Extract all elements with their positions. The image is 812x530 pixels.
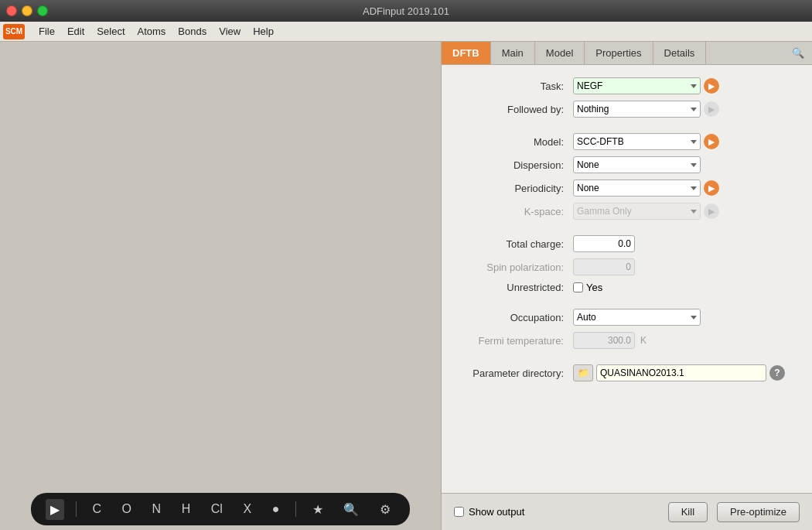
unrestricted-checkbox[interactable] [573,282,583,292]
occupation-row: Occupation: Auto Fermi Linear [457,309,797,326]
tab-search-button[interactable]: 🔍 [784,42,812,64]
occupation-label: Occupation: [457,312,573,323]
x-element-icon[interactable]: X [238,499,256,519]
menu-file[interactable]: File [32,24,61,39]
tab-main[interactable]: Main [491,42,535,64]
spacer-2 [457,226,797,235]
task-nav-arrow[interactable]: ▶ [704,78,719,94]
close-button[interactable] [6,5,17,16]
tab-properties[interactable]: Properties [585,42,653,64]
menubar: SCM File Edit Select Atoms Bonds View He… [0,22,812,42]
kspace-row: K-space: Gamma Only Custom ▶ [457,203,797,220]
menu-help[interactable]: Help [247,24,280,39]
show-output-checkbox[interactable] [454,507,464,517]
menu-edit[interactable]: Edit [61,24,90,39]
fermi-temp-label: Fermi temperature: [457,335,573,347]
menu-select[interactable]: Select [90,24,131,39]
dispersion-select[interactable]: None D3-BJ D3 [573,156,701,173]
chlorine-icon[interactable]: Cl [206,499,227,519]
task-select[interactable]: NEGF Single Point Geometry Optimization [573,77,701,94]
star-icon[interactable]: ★ [308,499,328,520]
kspace-control: Gamma Only Custom ▶ [573,203,719,220]
select-icon[interactable]: ▶ [46,499,64,520]
nitrogen-icon[interactable]: N [148,499,166,519]
spacer-3 [457,299,797,309]
search-icon: 🔍 [792,47,804,59]
search-icon[interactable]: 🔍 [339,499,363,520]
bottom-bar: Show output Kill Pre-optimize [442,493,812,530]
oxygen-icon[interactable]: O [118,499,136,519]
param-dir-label: Parameter directory: [457,368,573,379]
spin-polarization-row: Spin polarization: [457,258,797,275]
separator-1 [76,501,77,517]
param-dir-help-button[interactable]: ? [769,365,785,381]
followed-by-row: Followed by: Nothing Geometry Optimizati… [457,101,797,118]
window-title: ADFinput 2019.101 [363,5,449,17]
fermi-temp-input[interactable] [573,332,635,349]
maximize-button[interactable] [37,5,48,16]
periodicity-select[interactable]: None 1D 2D 3D [573,180,701,197]
spin-polarization-input[interactable] [573,258,635,275]
carbon-icon[interactable]: C [87,499,106,519]
titlebar: ADFinput 2019.101 [0,0,812,22]
spacer-1 [457,124,797,133]
right-panel: DFTB Main Model Properties Details 🔍 Tas… [441,42,812,530]
molecule-viewport: ▶ C O N H Cl X ● ★ 🔍 ⚙ [0,42,441,530]
total-charge-label: Total charge: [457,238,573,250]
model-select[interactable]: SCC-DFTB DFTB GFN1-xTB [573,133,701,150]
param-dir-control: 📁 ? [573,364,785,381]
spin-polarization-control [573,258,635,275]
tab-model[interactable]: Model [535,42,585,64]
followed-by-label: Followed by: [457,104,573,115]
fermi-temp-control: K [573,332,647,349]
dispersion-control: None D3-BJ D3 [573,156,701,173]
task-row: Task: NEGF Single Point Geometry Optimiz… [457,77,797,94]
kspace-nav-arrow: ▶ [704,203,719,219]
scm-logo: SCM [3,24,25,39]
separator-2 [295,501,296,517]
periodicity-row: Periodicity: None 1D 2D 3D ▶ [457,180,797,197]
unrestricted-row: Unrestricted: Yes [457,282,797,293]
spin-polarization-label: Spin polarization: [457,262,573,273]
occupation-control: Auto Fermi Linear [573,309,701,326]
menu-atoms[interactable]: Atoms [131,24,172,39]
tab-dftb[interactable]: DFTB [442,42,491,64]
unrestricted-control: Yes [573,282,602,293]
dot-icon[interactable]: ● [268,499,285,519]
menu-view[interactable]: View [213,24,247,39]
minimize-button[interactable] [22,5,32,16]
periodicity-label: Periodicity: [457,183,573,194]
bottom-toolbar: ▶ C O N H Cl X ● ★ 🔍 ⚙ [31,493,410,525]
dispersion-row: Dispersion: None D3-BJ D3 [457,156,797,173]
scm-text: SCM [5,27,22,36]
spacer-4 [457,355,797,364]
followed-by-select[interactable]: Nothing Geometry Optimization Frequencie… [573,101,701,118]
pre-optimize-button[interactable]: Pre-optimize [717,502,800,522]
kspace-label: K-space: [457,206,573,217]
periodicity-nav-arrow[interactable]: ▶ [704,180,719,196]
tab-details[interactable]: Details [653,42,707,64]
hydrogen-icon[interactable]: H [177,499,196,519]
fermi-temp-row: Fermi temperature: K [457,332,797,349]
followed-by-control: Nothing Geometry Optimization Frequencie… [573,101,719,118]
model-nav-arrow[interactable]: ▶ [704,134,719,149]
window-controls[interactable] [6,5,48,16]
menu-bonds[interactable]: Bonds [172,24,213,39]
kspace-select[interactable]: Gamma Only Custom [573,203,701,220]
task-control: NEGF Single Point Geometry Optimization … [573,77,719,94]
occupation-select[interactable]: Auto Fermi Linear [573,309,701,326]
settings-icon[interactable]: ⚙ [375,499,395,520]
model-control: SCC-DFTB DFTB GFN1-xTB ▶ [573,133,719,150]
unrestricted-label: Unrestricted: [457,282,573,293]
total-charge-input[interactable] [573,235,635,252]
param-dir-browse-button[interactable]: 📁 [573,364,593,381]
show-output-label: Show output [469,506,524,518]
followed-by-nav-arrow: ▶ [704,101,719,117]
unrestricted-yes-label: Yes [586,282,602,293]
kill-button[interactable]: Kill [668,502,708,522]
model-label: Model: [457,136,573,148]
param-dir-input[interactable] [596,364,766,381]
model-row: Model: SCC-DFTB DFTB GFN1-xTB ▶ [457,133,797,150]
periodicity-control: None 1D 2D 3D ▶ [573,180,719,197]
tab-bar: DFTB Main Model Properties Details 🔍 [442,42,812,65]
